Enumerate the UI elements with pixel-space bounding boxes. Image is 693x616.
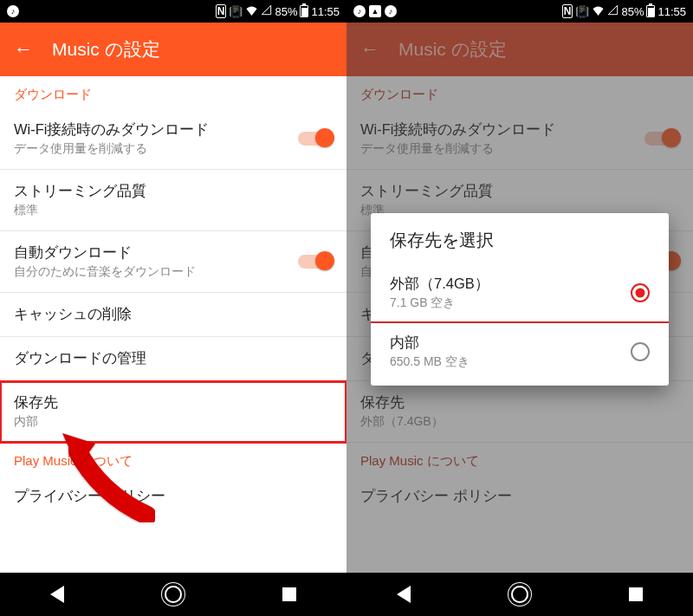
nav-bar xyxy=(0,573,346,616)
back-button[interactable]: ← xyxy=(352,31,388,68)
radio-internal[interactable] xyxy=(631,342,650,361)
nav-home[interactable] xyxy=(165,586,182,603)
toggle-auto-download[interactable] xyxy=(298,255,333,269)
status-bar: N 📳 85% 11:55 xyxy=(0,0,346,23)
signal-icon xyxy=(261,4,272,18)
section-about: Play Music について xyxy=(0,443,346,475)
dialog-option-internal[interactable]: 内部 650.5 MB 空き xyxy=(371,323,669,380)
item-sub: データ使用量を削減する xyxy=(360,141,555,157)
item-privacy-policy[interactable]: プライバシー ポリシー xyxy=(0,475,346,518)
item-title: ダウンロードの管理 xyxy=(14,349,146,368)
app-header: ← Music の設定 xyxy=(0,23,346,76)
item-title: キャッシュの削除 xyxy=(14,305,132,324)
image-icon: ▲ xyxy=(369,5,381,17)
vibrate-icon: 📳 xyxy=(229,5,243,18)
item-privacy-policy: プライバシー ポリシー xyxy=(346,475,693,518)
storage-dialog: 保存先を選択 外部（7.4GB） 7.1 GB 空き 内部 650.5 MB 空… xyxy=(371,213,669,386)
section-download: ダウンロード xyxy=(346,76,693,108)
wifi-icon xyxy=(245,5,258,18)
right-phone: ▲ N 📳 85% 11:55 ← Music の設定 xyxy=(346,0,693,616)
nav-recent[interactable] xyxy=(282,587,296,601)
battery-icon xyxy=(300,5,308,17)
item-sub: 内部 xyxy=(14,414,58,430)
nav-bar xyxy=(346,573,693,616)
dialog-option-external[interactable]: 外部（7.4GB） 7.1 GB 空き xyxy=(371,264,669,323)
item-title: 保存先 xyxy=(360,393,444,412)
nfc-icon: N xyxy=(216,4,227,18)
item-sub: 標準 xyxy=(14,203,146,218)
item-title: ストリーミング品質 xyxy=(360,182,493,201)
item-storage-location[interactable]: 保存先 内部 xyxy=(0,381,346,443)
music-icon xyxy=(353,5,366,17)
nfc-icon: N xyxy=(562,4,573,18)
option-title: 外部（7.4GB） xyxy=(390,275,489,294)
section-about: Play Music について xyxy=(346,443,693,475)
left-phone: N 📳 85% 11:55 ← Music の設定 ダウンロード xyxy=(0,0,346,616)
nav-home[interactable] xyxy=(511,586,528,603)
toggle-wifi-only xyxy=(644,132,679,146)
item-title: ストリーミング品質 xyxy=(14,182,146,201)
section-download: ダウンロード xyxy=(0,76,346,108)
option-sub: 7.1 GB 空き xyxy=(390,295,489,311)
nav-back[interactable] xyxy=(397,586,411,603)
settings-list[interactable]: ダウンロード Wi-Fi接続時のみダウンロード データ使用量を削減する ストリー… xyxy=(0,76,346,573)
back-button[interactable]: ← xyxy=(5,31,42,68)
nav-back[interactable] xyxy=(50,586,64,603)
item-title: Wi-Fi接続時のみダウンロード xyxy=(14,120,209,139)
item-auto-download[interactable]: 自動ダウンロード 自分のために音楽をダウンロード xyxy=(0,231,346,293)
signal-icon xyxy=(607,4,619,18)
header-title: Music の設定 xyxy=(52,37,160,62)
item-manage-downloads[interactable]: ダウンロードの管理 xyxy=(0,337,346,381)
option-title: 内部 xyxy=(390,334,470,353)
dialog-title: 保存先を選択 xyxy=(371,213,669,264)
item-sub: データ使用量を削減する xyxy=(14,141,209,157)
clock-text: 11:55 xyxy=(311,5,340,18)
nav-recent[interactable] xyxy=(629,587,643,601)
item-clear-cache[interactable]: キャッシュの削除 xyxy=(0,293,346,337)
vibrate-icon: 📳 xyxy=(575,5,589,18)
item-title: 自動ダウンロード xyxy=(14,243,196,263)
item-sub: 外部（7.4GB） xyxy=(360,414,444,430)
item-wifi-only: Wi-Fi接続時のみダウンロード データ使用量を削減する xyxy=(346,108,693,170)
toggle-wifi-only[interactable] xyxy=(298,132,333,146)
music-icon-2 xyxy=(385,5,397,17)
item-title: プライバシー ポリシー xyxy=(360,487,512,506)
item-wifi-only[interactable]: Wi-Fi接続時のみダウンロード データ使用量を削減する xyxy=(0,108,346,170)
item-sub: 自分のために音楽をダウンロード xyxy=(14,264,196,280)
item-title: Wi-Fi接続時のみダウンロード xyxy=(360,120,555,139)
option-sub: 650.5 MB 空き xyxy=(390,354,470,370)
item-storage-location: 保存先 外部（7.4GB） xyxy=(346,381,693,443)
battery-percent: 85% xyxy=(275,5,297,18)
music-icon xyxy=(7,5,19,17)
app-header: ← Music の設定 xyxy=(346,23,693,76)
battery-icon xyxy=(646,5,655,17)
item-streaming-quality[interactable]: ストリーミング品質 標準 xyxy=(0,170,346,231)
header-title: Music の設定 xyxy=(398,37,507,62)
clock-text: 11:55 xyxy=(657,5,686,18)
item-title: プライバシー ポリシー xyxy=(14,487,165,506)
item-title: 保存先 xyxy=(14,393,58,412)
status-bar: ▲ N 📳 85% 11:55 xyxy=(346,0,693,23)
battery-percent: 85% xyxy=(621,5,644,18)
radio-external[interactable] xyxy=(631,283,650,302)
wifi-icon xyxy=(592,5,605,18)
